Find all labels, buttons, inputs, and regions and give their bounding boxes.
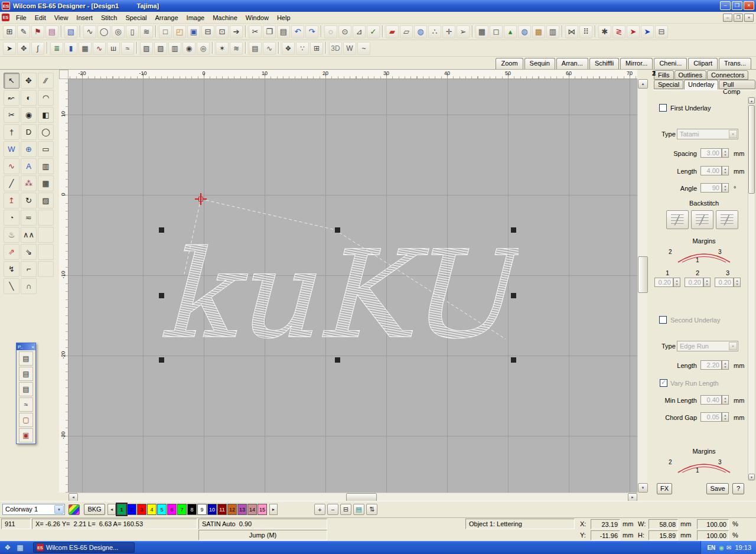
export-machine-icon[interactable]: ➔: [230, 25, 243, 38]
zigzag-tool[interactable]: ∿: [4, 158, 19, 174]
dock-tab[interactable]: Sequin: [524, 58, 555, 69]
redo-icon[interactable]: ↷: [305, 25, 318, 38]
dock-tab[interactable]: Schiffli: [589, 58, 619, 69]
dock-tab[interactable]: Clipart: [688, 58, 718, 69]
list-pattern-1-icon[interactable]: ▤: [19, 351, 33, 366]
flip-tool[interactable]: ◧: [38, 107, 54, 123]
3d-effect-icon[interactable]: 3D: [329, 42, 342, 55]
thread-chart-icon[interactable]: ▤: [353, 504, 364, 515]
freehand-embroidery-icon[interactable]: ~: [357, 42, 370, 55]
spacer[interactable]: [38, 244, 54, 260]
reshape-tool[interactable]: ✥: [21, 73, 37, 89]
horizontal-ruler[interactable]: -20-10010203040506070: [69, 70, 637, 79]
pattern-tool[interactable]: ▨: [38, 193, 54, 208]
dock-tab[interactable]: Trans...: [719, 58, 751, 69]
angle-input[interactable]: 90: [700, 183, 722, 193]
scroll-right-icon[interactable]: ►: [628, 493, 637, 501]
palette-scroll-right-icon[interactable]: ►: [269, 504, 278, 515]
stamp-icon[interactable]: ▣: [19, 428, 33, 442]
menu-item[interactable]: Stitch: [97, 12, 122, 23]
satin-stitch-icon[interactable]: ▮: [64, 42, 77, 55]
run-stitch-icon[interactable]: ≣: [50, 42, 63, 55]
monogram-tool[interactable]: D: [21, 124, 37, 140]
mdi-close-button[interactable]: ×: [744, 14, 754, 22]
scroll-down-icon[interactable]: ▼: [748, 474, 755, 480]
wave-pattern-icon[interactable]: ≈: [19, 397, 33, 412]
hatch-lines-tool[interactable]: ∕∕: [38, 73, 54, 89]
selection-handle[interactable]: [511, 357, 516, 363]
arrow-blue-icon[interactable]: ➤: [641, 25, 654, 38]
outline-stitch-icon[interactable]: ∿: [83, 25, 96, 38]
margin-2-stepper[interactable]: [703, 278, 711, 287]
vary-run-length-checkbox[interactable]: [660, 379, 667, 387]
palette-close-icon[interactable]: ×: [31, 344, 34, 350]
color-15[interactable]: 15: [258, 504, 267, 515]
wave-tool-icon[interactable]: ≋: [140, 25, 153, 38]
grid-icon[interactable]: ▦: [475, 25, 488, 38]
matrix-icon[interactable]: ⠿: [579, 25, 592, 38]
pointer-grid-icon[interactable]: ⊞: [3, 25, 16, 38]
curve-icon[interactable]: ∫: [31, 42, 44, 55]
selection-handle[interactable]: [335, 357, 340, 363]
first-underlay-type-dropdown[interactable]: Tatami ▼: [677, 129, 738, 139]
menu-item[interactable]: View: [50, 12, 73, 23]
ripple-fill-icon[interactable]: ≋: [230, 42, 243, 55]
zigzag-stitch-icon[interactable]: ∿: [93, 42, 106, 55]
length-stepper[interactable]: [722, 166, 729, 175]
second-underlay-checkbox[interactable]: [659, 316, 667, 324]
background-fabric-icon[interactable]: ▧: [64, 25, 77, 38]
symbol-icon[interactable]: ✱: [598, 25, 611, 38]
menu-item[interactable]: Image: [183, 12, 209, 23]
stitch-angle-tool[interactable]: ⇗: [4, 244, 19, 260]
paste-icon[interactable]: ▤: [277, 25, 290, 38]
color-9[interactable]: 9: [197, 504, 207, 515]
jagged-stitch-tool[interactable]: ↯: [4, 261, 19, 277]
color-2[interactable]: 2: [127, 504, 136, 515]
print-small-icon[interactable]: ⊟: [655, 25, 668, 38]
pattern-fill-icon[interactable]: ⊞: [310, 42, 323, 55]
help-button[interactable]: ?: [732, 483, 744, 494]
second-length-stepper[interactable]: [722, 360, 729, 370]
scissors-tool[interactable]: ✂: [4, 107, 19, 123]
vertical-ruler[interactable]: 100-10-20-30: [59, 79, 69, 493]
new-design-icon[interactable]: □: [159, 25, 172, 38]
lettering-w-tool[interactable]: W: [4, 141, 19, 157]
selection-handle[interactable]: [159, 357, 164, 363]
pattern-run-icon[interactable]: ∵: [296, 42, 309, 55]
chord-gap-stepper[interactable]: [722, 412, 729, 422]
color-8[interactable]: 8: [187, 504, 197, 515]
color-10[interactable]: 10: [207, 504, 217, 515]
marquee-icon[interactable]: ▢: [19, 413, 33, 427]
hoop-icon[interactable]: ◻: [490, 25, 503, 38]
e-stitch-icon[interactable]: ш: [107, 42, 120, 55]
save-design-icon[interactable]: ▣: [187, 25, 200, 38]
spacer[interactable]: [38, 210, 54, 226]
zigzag-run-tool[interactable]: ∧∧: [21, 227, 37, 243]
zoom-1to1-icon[interactable]: ⊙: [338, 25, 351, 38]
scroll-up-icon[interactable]: ▲: [748, 97, 755, 104]
color-5[interactable]: 5: [157, 504, 167, 515]
min-length-stepper[interactable]: [722, 395, 729, 405]
list-pattern-3-icon[interactable]: ▤: [19, 382, 33, 396]
color-11[interactable]: 11: [217, 504, 227, 515]
check-design-icon[interactable]: ✓: [367, 25, 380, 38]
spacer[interactable]: [38, 261, 54, 277]
tatami-fill-icon[interactable]: ▦: [79, 42, 92, 55]
color-13[interactable]: 13: [237, 504, 247, 515]
fill-pattern-1-icon[interactable]: ▨: [140, 42, 153, 55]
rectangle-tool[interactable]: ▭: [38, 141, 54, 157]
stitch-red-icon[interactable]: ▰: [386, 25, 399, 38]
language-indicator[interactable]: EN: [707, 545, 715, 551]
second-underlay-type-dropdown[interactable]: Edge Run ▼: [677, 341, 738, 351]
min-length-input[interactable]: 0.40: [700, 395, 722, 405]
open-design-icon[interactable]: ◰: [173, 25, 186, 38]
background-button[interactable]: BKG: [84, 504, 105, 515]
applique-tool[interactable]: ▦: [38, 175, 54, 191]
menu-item[interactable]: Arrange: [151, 12, 182, 23]
menu-item[interactable]: Machine: [208, 12, 242, 23]
menu-item[interactable]: Edit: [31, 12, 50, 23]
star-fill-icon[interactable]: ✶: [216, 42, 229, 55]
remove-color-button[interactable]: −: [327, 504, 338, 515]
restore-button[interactable]: ❐: [732, 1, 742, 10]
scroll-up-icon[interactable]: ▲: [638, 79, 648, 89]
